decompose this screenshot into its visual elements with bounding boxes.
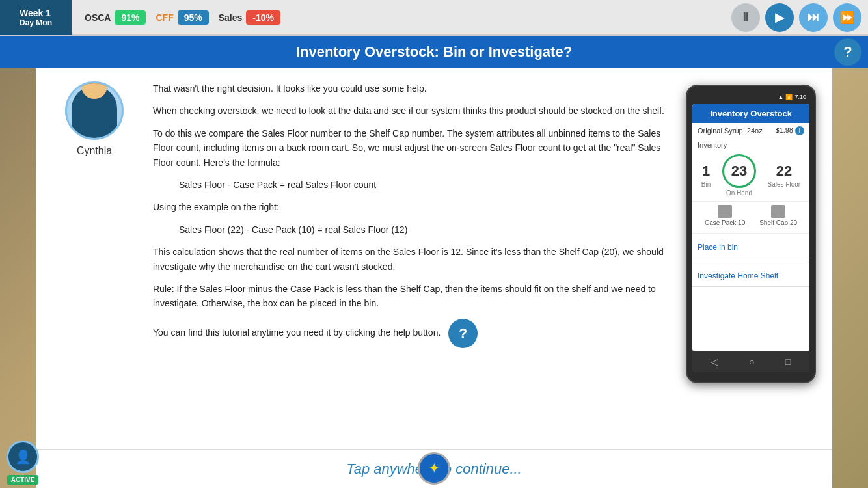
nav-back-icon[interactable]: ◁: [711, 357, 718, 367]
sales-value: -10%: [246, 10, 280, 25]
cff-value: 95%: [178, 10, 209, 25]
content-formula2: Sales Floor (22) - Case Pack (10) = real…: [179, 223, 670, 237]
cff-label: CFF: [156, 12, 173, 23]
place-in-bin-button[interactable]: Place in bin: [692, 237, 809, 258]
play-button[interactable]: ▶: [765, 3, 794, 32]
wifi-icon: ▲: [778, 94, 784, 100]
bin-column: 1 Bin: [701, 163, 711, 188]
phone-time: 7:10: [794, 94, 806, 100]
day-label: Day Mon: [20, 18, 52, 27]
avatar-panel: Cynthia: [49, 81, 140, 436]
content-paragraph6: Rule: If the Sales Floor minus the Case …: [153, 282, 670, 311]
content-formula1: Sales Floor - Case Pack = real Sales Flo…: [179, 178, 670, 192]
investigate-home-shelf-button[interactable]: Investigate Home Shelf: [692, 265, 809, 287]
active-label: ACTIVE: [7, 475, 39, 485]
metric-osca: OSCA 91%: [85, 10, 146, 25]
osca-label: OSCA: [85, 12, 111, 23]
phone-container: ▲ 📶 7:10 Inventory Overstock Original Sy…: [683, 81, 819, 436]
on-hand-value: 23: [731, 163, 747, 180]
content-paragraph5: This calculation shows that the real num…: [153, 245, 670, 274]
info-icon: i: [795, 126, 804, 135]
separator1: [692, 233, 809, 234]
top-bar: Week 1 Day Mon OSCA 91% CFF 95% Sales -1…: [0, 0, 868, 36]
phone-empty-area: [692, 287, 809, 319]
inventory-numbers: 1 Bin 23 On Hand 22 Sales Floor: [692, 151, 809, 200]
clock-area: Week 1 Day Mon: [0, 0, 72, 35]
content-paragraph7: You can find this tutorial anytime you n…: [153, 319, 670, 348]
shelf-cap-icon: [771, 205, 785, 218]
case-pack-row: Case Pack 10 Shelf Cap 20: [692, 201, 809, 230]
shelf-cap-label: Shelf Cap 20: [759, 219, 797, 226]
bin-value: 1: [702, 163, 710, 180]
controls-group: ⏸ ▶ ⏭ ⏩: [731, 3, 868, 32]
separator2: [692, 262, 809, 262]
avatar-body: [72, 86, 117, 138]
nav-recent-icon[interactable]: □: [785, 357, 791, 367]
shelf-cap-item: Shelf Cap 20: [759, 205, 797, 226]
help-button-corner[interactable]: ?: [834, 38, 861, 66]
bin-label: Bin: [701, 181, 711, 188]
case-pack-icon: [718, 205, 732, 218]
case-pack-item: Case Pack 10: [705, 205, 745, 226]
phone-product-price: $1.98 i: [775, 126, 804, 135]
sales-label: Sales: [219, 12, 243, 23]
content-paragraph2: When checking overstock, we need to look…: [153, 103, 670, 118]
active-badge: 👤 ACTIVE: [7, 441, 39, 485]
phone-product-row: Original Syrup, 24oz $1.98 i: [692, 123, 809, 139]
phone-device: ▲ 📶 7:10 Inventory Overstock Original Sy…: [686, 85, 816, 383]
phone-screen: Inventory Overstock Original Syrup, 24oz…: [692, 104, 809, 351]
avatar-name: Cynthia: [77, 145, 112, 157]
content-paragraph1: That wasn't the right decision. It looks…: [153, 81, 670, 96]
metric-sales: Sales -10%: [219, 10, 280, 25]
content-paragraph3: To do this we compare the Sales Floor nu…: [153, 126, 670, 170]
inventory-label: Inventory: [692, 139, 809, 151]
bottom-walmart-icon: ✦: [418, 452, 450, 485]
bottom-center-icon: ✦: [418, 452, 450, 485]
title-bar: Inventory Overstock: Bin or Investigate?…: [0, 36, 868, 68]
on-hand-circle: 23: [722, 154, 756, 188]
on-hand-label: On Hand: [726, 189, 752, 197]
avatar-head: [81, 81, 107, 99]
sales-floor-column: 22 Sales Floor: [768, 163, 801, 188]
text-panel: That wasn't the right decision. It looks…: [153, 81, 670, 436]
case-pack-label: Case Pack 10: [705, 219, 745, 226]
sales-floor-label: Sales Floor: [768, 181, 801, 188]
osca-value: 91%: [115, 10, 146, 25]
sales-floor-value: 22: [776, 163, 792, 180]
week-label: Week 1: [20, 8, 52, 18]
fast-forward-button[interactable]: ⏩: [833, 3, 861, 32]
phone-status-bar: ▲ 📶 7:10: [692, 92, 809, 102]
pause-button[interactable]: ⏸: [731, 3, 760, 32]
phone-status-icons: ▲ 📶 7:10: [778, 94, 806, 100]
help-button-inline[interactable]: ?: [448, 319, 478, 348]
metric-cff: CFF 95%: [156, 10, 208, 25]
active-avatar-icon: 👤: [7, 441, 39, 473]
skip-button[interactable]: ⏭: [799, 3, 828, 32]
phone-screen-header: Inventory Overstock: [692, 104, 809, 123]
metrics-group: OSCA 91% CFF 95% Sales -10%: [85, 10, 280, 25]
phone-product-name: Original Syrup, 24oz: [698, 127, 763, 135]
page-title: Inventory Overstock: Bin or Investigate?: [296, 44, 572, 61]
signal-icon: 📶: [785, 94, 793, 100]
phone-nav-bar: ◁ ○ □: [692, 351, 809, 372]
nav-home-icon[interactable]: ○: [749, 357, 754, 367]
content-paragraph4: Using the example on the right:: [153, 200, 670, 214]
main-content: Cynthia That wasn't the right decision. …: [36, 68, 832, 449]
on-hand-column: 23 On Hand: [722, 154, 756, 197]
avatar: [65, 81, 124, 140]
